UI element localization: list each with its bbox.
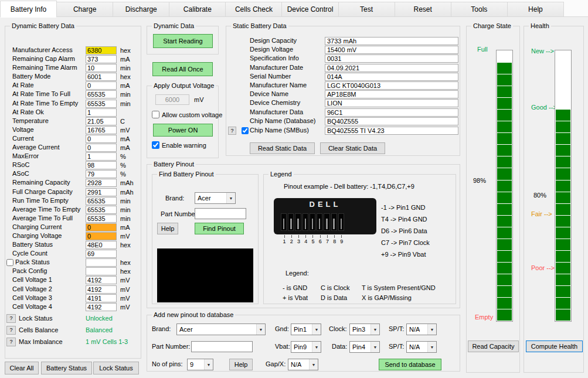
row-value-field[interactable]: 65535 (86, 206, 117, 214)
help-button[interactable]: ? (6, 314, 16, 323)
tab[interactable]: Tools (451, 2, 508, 17)
row-label: At Rate Time To Empty (12, 100, 78, 107)
brand-select[interactable]: Acer ▼ (176, 323, 266, 335)
part-number-input[interactable] (195, 208, 246, 219)
row-value-field[interactable]: 4191 (86, 294, 117, 302)
dynamic-row: Remaining Capacity 2928 mAh (5, 179, 141, 188)
group-title: Battery Pinout (152, 161, 196, 168)
tab[interactable]: Calibrate (169, 2, 226, 17)
dynamic-row: Temperature 21.05 C (5, 117, 141, 126)
row-value-field[interactable]: 16765 (86, 126, 117, 134)
start-reading-button[interactable]: Start Reading (153, 34, 213, 48)
row-value-field[interactable]: 69 (86, 250, 117, 258)
tab[interactable]: Help (508, 2, 564, 17)
row-value-field[interactable]: AP18E8M (325, 90, 458, 98)
row-value-field[interactable]: 65535 (86, 197, 117, 205)
pack-status-checkbox[interactable] (6, 259, 13, 266)
row-value-field[interactable]: 04.09.2021 (325, 64, 458, 72)
row-value-field[interactable]: 0 (86, 144, 117, 152)
help-button[interactable]: Help (157, 223, 178, 234)
row-value-field[interactable]: 4192 (86, 303, 117, 311)
selected-value: Pin1 (294, 326, 307, 333)
enable-warning-option[interactable]: Enable warning (152, 141, 206, 149)
tab[interactable]: Battery Info (0, 1, 57, 18)
read-capacity-button[interactable]: Read Capacity (468, 340, 519, 352)
row-value-field[interactable]: 65535 (86, 90, 117, 98)
gap-select[interactable]: N/A ▼ (288, 359, 318, 370)
send-to-database-button[interactable]: Send to database (379, 359, 441, 370)
spt-select-1[interactable]: N/A ▼ (406, 323, 437, 335)
row-value-field[interactable]: BQ40Z555 (325, 117, 458, 125)
static-row: Specification Info 0031 (226, 55, 460, 63)
allow-custom-voltage-option[interactable]: Allow custom voltage (152, 111, 222, 118)
vbat-select[interactable]: Pin9 ▼ (291, 341, 321, 353)
row-value-field[interactable]: 48E0 (86, 241, 117, 249)
help-button[interactable]: ? (228, 127, 236, 135)
row-label: Manufacturer Data (250, 108, 303, 115)
row-value-field[interactable]: 6380 (86, 46, 117, 55)
row-value-field[interactable]: 4192 (86, 285, 117, 294)
dynamic-row: Charging Current 0 mA (5, 223, 141, 232)
allow-custom-voltage-checkbox[interactable] (152, 111, 159, 118)
row-value-field[interactable]: BQ40Z555 TI V4.23 (325, 127, 458, 135)
clear-static-data-button[interactable]: Clear Static Data (320, 142, 385, 154)
chip-name-smbus-checkbox[interactable] (242, 127, 249, 134)
row-value-field[interactable] (86, 267, 117, 275)
row-value-field[interactable]: 10 (86, 64, 117, 72)
row-value-field[interactable]: 014A (325, 73, 458, 81)
help-button[interactable]: ? (6, 338, 16, 346)
row-value-field[interactable]: 0 (86, 223, 117, 231)
voltage-unit-label: mV (194, 96, 204, 103)
row-label: Average Time To Empty (12, 206, 80, 213)
row-value-field[interactable]: 373 (86, 55, 117, 63)
tab[interactable]: Device Control (282, 2, 338, 17)
row-value-field[interactable]: LION (325, 99, 458, 107)
row-value-field[interactable]: 3733 mAh (325, 37, 458, 45)
help-button[interactable]: Help (229, 359, 253, 370)
part-number-input[interactable] (191, 341, 253, 352)
row-value-field[interactable]: 15400 mV (325, 46, 458, 54)
row-value-field[interactable]: 1 (86, 152, 117, 161)
tab[interactable]: Reset (395, 2, 451, 17)
clear-all-button[interactable]: Clear All (5, 362, 39, 374)
tab[interactable]: Discharge (113, 2, 169, 17)
static-row: Design Capacity 3733 mAh (226, 37, 460, 46)
row-value-field[interactable]: 1 (86, 108, 117, 117)
pin (326, 219, 328, 229)
tab[interactable]: Charge (57, 2, 113, 17)
lock-status-button[interactable]: Lock Status (93, 362, 139, 374)
num-pins-select[interactable]: 9 ▼ (187, 359, 213, 370)
row-value-field[interactable]: 2991 (86, 188, 117, 196)
row-value-field[interactable]: 6001 (86, 73, 117, 81)
power-on-button[interactable]: Power ON (153, 124, 213, 137)
dynamic-row: Cell Voltage 2 4192 mV (5, 285, 141, 294)
row-value-field[interactable] (86, 258, 117, 267)
row-value-field[interactable]: 98 (86, 161, 117, 169)
compute-health-button[interactable]: Compute Health (526, 340, 583, 352)
tab[interactable]: Cells Check (226, 2, 282, 17)
battery-status-button[interactable]: Battery Status (41, 362, 92, 374)
row-value-field[interactable]: 65535 (86, 100, 117, 108)
gnd-select[interactable]: Pin1 ▼ (291, 323, 321, 335)
row-value-field[interactable]: 2928 (86, 179, 117, 187)
read-static-data-button[interactable]: Read Static Data (250, 142, 315, 154)
enable-warning-checkbox[interactable] (152, 141, 159, 149)
help-button[interactable]: ? (6, 326, 16, 335)
row-value-field[interactable]: 0 (86, 135, 117, 143)
tab[interactable]: Test (339, 2, 395, 17)
clock-select[interactable]: Pin3 ▼ (349, 323, 380, 335)
row-value-field[interactable]: 4192 (86, 276, 117, 284)
row-value-field[interactable]: 0 (86, 232, 117, 240)
spt-select-2[interactable]: N/A ▼ (406, 341, 437, 353)
row-value-field[interactable]: 0 (86, 81, 117, 90)
row-value-field[interactable]: 96C1 (325, 108, 458, 117)
row-value-field[interactable]: LGC KT0040G013 (325, 81, 458, 90)
row-value-field[interactable]: 65535 (86, 214, 117, 223)
row-value-field[interactable]: 0031 (325, 55, 458, 63)
data-select[interactable]: Pin4 ▼ (349, 341, 380, 353)
row-value-field[interactable]: 21.05 (86, 117, 117, 125)
find-pinout-button[interactable]: Find Pinout (195, 223, 244, 234)
read-all-once-button[interactable]: Read All Once (152, 62, 213, 76)
row-value-field[interactable]: 79 (86, 170, 117, 178)
brand-select[interactable]: Acer ▼ (195, 192, 236, 204)
